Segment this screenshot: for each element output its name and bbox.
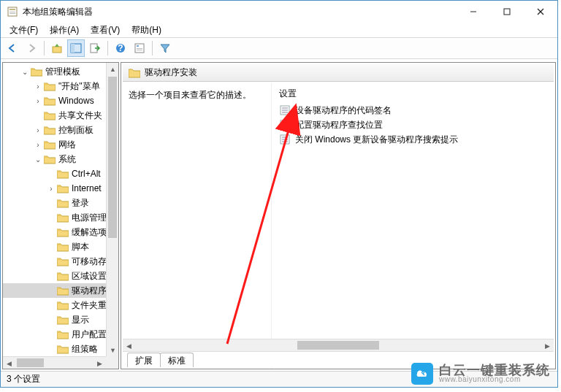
setting-item[interactable]: 配置驱动程序查找位置 <box>272 118 555 132</box>
toolbar-separator <box>44 41 45 55</box>
tree-item[interactable]: ›Internet <box>3 181 118 196</box>
details-horizontal-scrollbar[interactable]: ◀ ▶ <box>123 339 554 351</box>
help-button[interactable]: ? <box>112 39 129 57</box>
tree-item-label: 网络 <box>58 139 76 151</box>
tree-item[interactable]: ›控制面板 <box>3 123 118 137</box>
svg-rect-2 <box>9 12 15 12</box>
scroll-left-icon[interactable]: ◀ <box>3 357 15 369</box>
export-button[interactable] <box>86 39 104 57</box>
maximize-button[interactable] <box>490 1 524 23</box>
expand-icon[interactable]: ⌄ <box>34 155 42 164</box>
policy-icon <box>279 119 291 131</box>
scroll-corner <box>106 356 118 369</box>
scroll-right-icon[interactable]: ▶ <box>541 339 554 352</box>
tree-item[interactable]: ›网络 <box>3 137 118 152</box>
tree-item-label: Internet <box>72 183 102 193</box>
svg-rect-16 <box>137 48 142 49</box>
tab-extended[interactable]: 扩展 <box>127 353 161 367</box>
tree-item-label: 电源管理 <box>72 212 107 224</box>
tree-item[interactable]: 用户配置 <box>3 327 118 342</box>
tree-item[interactable]: 显示 <box>3 312 118 327</box>
scroll-right-icon[interactable]: ▶ <box>94 357 106 369</box>
filter-button[interactable] <box>156 39 174 57</box>
tree-item-label: 控制面板 <box>58 124 94 137</box>
scroll-left-icon[interactable]: ◀ <box>123 339 135 352</box>
scroll-down-icon[interactable]: ▼ <box>107 344 119 356</box>
tree-vertical-scrollbar[interactable]: ▲ ▼ <box>106 63 118 356</box>
tree-item[interactable]: 可移动存 <box>3 254 118 269</box>
svg-rect-10 <box>71 44 75 53</box>
tree[interactable]: ⌄管理模板›"开始"菜单›Windows共享文件夹›控制面板›网络⌄系统Ctrl… <box>3 63 118 358</box>
settings-column: 设置 设备驱动程序的代码签名配置驱动程序查找位置关闭 Windows 更新设备驱… <box>272 83 555 369</box>
details-pane: 驱动程序安装 选择一个项目来查看它的描述。 设置 设备驱动程序的代码签名配置驱动… <box>121 62 556 369</box>
setting-item-label: 关闭 Windows 更新设备驱动程序搜索提示 <box>295 134 458 146</box>
up-button[interactable] <box>48 39 66 57</box>
scroll-up-icon[interactable]: ▲ <box>107 63 119 75</box>
properties-button[interactable] <box>131 39 148 57</box>
tree-item[interactable]: 缓解选项 <box>3 225 118 239</box>
svg-rect-3 <box>9 13 15 14</box>
expand-icon[interactable]: › <box>34 126 42 134</box>
tree-item[interactable]: 电源管理 <box>3 210 118 225</box>
svg-text:?: ? <box>118 43 123 53</box>
menu-file[interactable]: 文件(F) <box>5 23 42 38</box>
folder-icon <box>57 329 69 339</box>
folder-icon <box>44 110 56 120</box>
folder-icon <box>57 256 69 266</box>
folder-icon <box>57 242 69 252</box>
tree-horizontal-scrollbar[interactable]: ◀ ▶ <box>3 356 106 369</box>
description-column: 选择一个项目来查看它的描述。 <box>121 83 272 369</box>
tree-item[interactable]: ›Windows <box>3 93 118 108</box>
expand-icon[interactable]: ⌄ <box>20 68 29 76</box>
folder-icon <box>57 271 69 281</box>
folder-icon <box>44 154 56 164</box>
tree-item[interactable]: ⌄系统 <box>3 152 118 166</box>
close-button[interactable] <box>524 1 557 23</box>
expand-icon[interactable]: › <box>34 97 42 105</box>
tree-item-label: Ctrl+Alt <box>72 169 101 179</box>
folder-icon <box>57 300 69 310</box>
tab-standard[interactable]: 标准 <box>160 353 194 367</box>
minimize-button[interactable] <box>457 1 490 23</box>
tree-item[interactable]: 文件夹重 <box>3 298 118 312</box>
tree-item-label: 区域设置 <box>72 270 107 283</box>
forward-button[interactable] <box>23 39 40 57</box>
app-icon <box>7 6 18 18</box>
show-tree-button[interactable] <box>67 39 85 57</box>
menu-view[interactable]: 查看(V) <box>86 23 124 38</box>
tree-item-label: 系统 <box>58 153 76 166</box>
setting-item[interactable]: 关闭 Windows 更新设备驱动程序搜索提示 <box>272 132 555 147</box>
tree-item[interactable]: Ctrl+Alt <box>3 166 118 181</box>
tree-item-label: 组策略 <box>72 343 98 356</box>
tree-item[interactable]: 脚本 <box>3 239 118 254</box>
tree-item[interactable]: ⌄管理模板 <box>3 64 118 79</box>
tree-item-label: 管理模板 <box>45 66 80 78</box>
expand-icon[interactable]: › <box>34 141 42 149</box>
toolbar-separator <box>107 41 108 55</box>
folder-icon <box>57 212 69 223</box>
description-text: 选择一个项目来查看它的描述。 <box>129 90 251 100</box>
titlebar: 本地组策略编辑器 <box>1 1 557 23</box>
tree-item[interactable]: 区域设置 <box>3 269 118 283</box>
menubar: 文件(F) 操作(A) 查看(V) 帮助(H) <box>1 23 557 37</box>
folder-icon <box>44 96 56 106</box>
settings-column-header[interactable]: 设置 <box>272 83 555 103</box>
menu-action[interactable]: 操作(A) <box>45 23 83 38</box>
tree-item[interactable]: 共享文件夹 <box>3 108 118 123</box>
svg-rect-5 <box>504 9 510 15</box>
folder-icon <box>57 169 69 179</box>
tree-item[interactable]: 组策略 <box>3 342 118 356</box>
tree-item-label: 脚本 <box>72 241 89 253</box>
expand-icon[interactable]: › <box>47 185 56 193</box>
tree-item[interactable]: 驱动程序 <box>3 283 118 298</box>
tree-item[interactable]: ›"开始"菜单 <box>3 79 118 93</box>
setting-item[interactable]: 设备驱动程序的代码签名 <box>272 103 555 118</box>
menu-help[interactable]: 帮助(H) <box>127 23 166 38</box>
back-button[interactable] <box>4 39 21 57</box>
window-title: 本地组策略编辑器 <box>23 6 93 18</box>
expand-icon[interactable]: › <box>34 82 42 91</box>
setting-item-label: 设备驱动程序的代码签名 <box>295 104 392 117</box>
toolbar: ? <box>1 37 557 59</box>
folder-icon <box>44 81 56 91</box>
tree-item[interactable]: 登录 <box>3 196 118 210</box>
